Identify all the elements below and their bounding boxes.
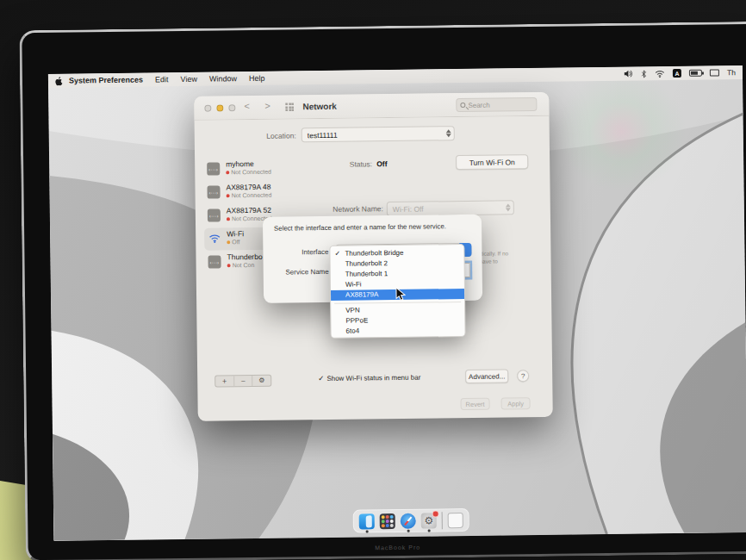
trash-icon[interactable]: [448, 513, 463, 528]
battery-icon[interactable]: [689, 70, 702, 77]
dock-separator: [442, 512, 443, 529]
help-button[interactable]: ?: [517, 370, 529, 382]
device-label: MacBook Pro: [28, 540, 746, 555]
search-field[interactable]: [456, 97, 537, 112]
zoom-button[interactable]: [228, 104, 235, 111]
status-dot-red: [227, 264, 231, 267]
ethernet-icon: ‹···›: [207, 162, 220, 175]
volume-icon[interactable]: [624, 70, 633, 78]
status-value: Off: [376, 159, 387, 168]
menu-item-6to4[interactable]: 6to4: [331, 325, 464, 337]
service-row-ax88179a-48[interactable]: ‹···› AX88179A 48 Not Connected: [203, 180, 314, 204]
location-dropdown[interactable]: test11111: [302, 126, 455, 142]
status-label: Status:: [298, 159, 372, 169]
location-label: Location:: [229, 131, 296, 140]
finder-icon[interactable]: [359, 513, 375, 529]
ethernet-icon: ‹···›: [208, 255, 221, 268]
apply-button[interactable]: Apply: [501, 397, 531, 409]
minimize-button[interactable]: [216, 104, 223, 111]
forward-button[interactable]: >: [264, 101, 270, 111]
status-dot-red: [226, 171, 229, 174]
bluetooth-icon[interactable]: [641, 69, 647, 78]
show-wifi-status-checkbox[interactable]: ✓Show Wi-Fi status in menu bar: [318, 373, 420, 383]
menu-edit[interactable]: Edit: [155, 75, 169, 84]
menu-window[interactable]: Window: [209, 74, 237, 83]
window-title: Network: [302, 102, 337, 111]
turn-wifi-on-button[interactable]: Turn Wi-Fi On: [456, 154, 528, 170]
macbook: System Preferences Edit View Window Help…: [19, 22, 746, 560]
search-icon: [460, 103, 465, 108]
checkmark-icon: ✓: [334, 249, 340, 259]
advanced-button[interactable]: Advanced...: [465, 369, 508, 383]
gear-icon[interactable]: ⚙: [253, 376, 271, 386]
interface-label: Interface: [268, 248, 328, 257]
close-button[interactable]: [204, 105, 211, 112]
ethernet-icon: ‹···›: [208, 208, 221, 221]
back-button[interactable]: <: [244, 101, 250, 111]
revert-button[interactable]: Revert: [461, 398, 490, 410]
remove-service-button[interactable]: −: [234, 376, 253, 386]
menu-app-name[interactable]: System Preferences: [69, 76, 143, 85]
notification-badge: [432, 510, 439, 517]
status-dot-red: [227, 194, 230, 197]
input-source-icon[interactable]: A: [673, 69, 681, 78]
safari-icon[interactable]: [401, 513, 416, 528]
photo-background: System Preferences Edit View Window Help…: [0, 0, 746, 560]
service-list-toolbar: + − ⚙: [214, 375, 271, 388]
dock: ⚙: [353, 508, 469, 533]
launchpad-icon[interactable]: [380, 513, 395, 529]
add-service-button[interactable]: +: [215, 376, 234, 386]
apple-icon[interactable]: [55, 76, 63, 85]
menu-help[interactable]: Help: [249, 74, 265, 83]
stepper-icon: [506, 203, 511, 211]
dialog-message: Select the interface and enter a name fo…: [274, 222, 476, 233]
screen: System Preferences Edit View Window Help…: [48, 65, 746, 541]
wifi-icon[interactable]: [655, 70, 665, 78]
ethernet-icon: ‹···›: [207, 185, 220, 198]
window-titlebar: < > Network: [194, 92, 549, 121]
show-all-icon[interactable]: [285, 103, 294, 111]
menu-view[interactable]: View: [180, 75, 196, 84]
checkmark-icon: ✓: [318, 374, 324, 383]
menu-clock[interactable]: Th: [727, 68, 736, 77]
status-dot-red: [227, 217, 230, 221]
system-preferences-icon[interactable]: ⚙: [421, 513, 437, 528]
mouse-cursor: [395, 287, 406, 302]
macbook-lid: System Preferences Edit View Window Help…: [19, 22, 746, 560]
status-dot-amber: [227, 240, 230, 244]
stepper-icon: [446, 129, 451, 137]
wifi-icon: [208, 232, 221, 245]
network-name-label: Network Name:: [299, 204, 383, 214]
display-icon[interactable]: [710, 69, 719, 76]
search-input[interactable]: [468, 101, 528, 109]
service-name-label: Service Name: [269, 268, 329, 277]
